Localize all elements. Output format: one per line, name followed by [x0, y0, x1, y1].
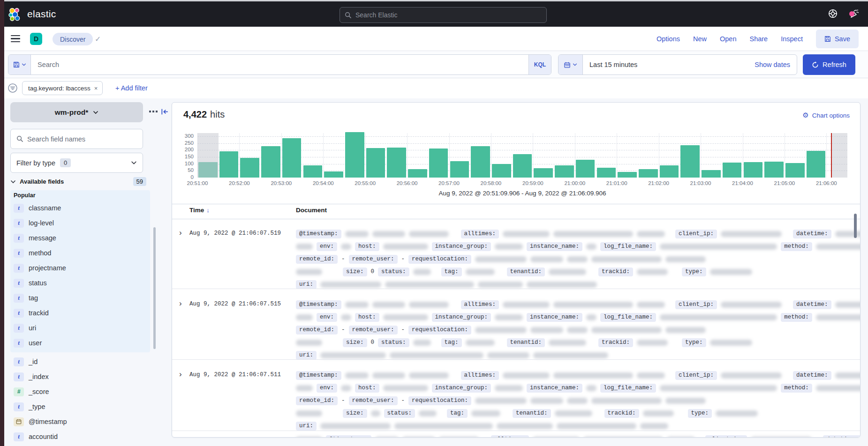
histogram-bar[interactable] [450, 161, 469, 178]
histogram-bar[interactable] [807, 151, 826, 178]
discover-app-badge[interactable]: D [30, 33, 42, 45]
field-label-pill[interactable]: size: [343, 268, 367, 276]
field-label-pill[interactable]: type: [682, 268, 706, 276]
field-label-pill[interactable]: env: [317, 242, 337, 251]
field-label-pill[interactable]: client_ip: [705, 435, 747, 438]
field-item-log-level[interactable]: tlog-level [14, 217, 54, 229]
help-life-ring-icon[interactable] [828, 8, 838, 19]
field-item-message[interactable]: tmessage [14, 232, 56, 244]
expand-row-icon[interactable]: › [179, 300, 187, 307]
show-dates-button[interactable]: Show dates [755, 61, 797, 68]
field-item-trackid[interactable]: ttrackid [14, 307, 49, 319]
field-item-type[interactable]: t_type [14, 401, 45, 412]
histogram-bar[interactable] [471, 146, 490, 178]
field-label-pill[interactable]: method: [781, 384, 812, 393]
toolbar-link-open[interactable]: Open [720, 35, 736, 43]
field-label-pill[interactable]: client_ip: [675, 230, 717, 238]
elastic-logo-icon[interactable] [8, 7, 23, 22]
field-label-pill[interactable]: remote_user: [349, 326, 398, 334]
toolbar-link-options[interactable]: Options [657, 35, 680, 43]
saved-query-menu-button[interactable] [8, 55, 31, 74]
field-item-projectname[interactable]: tprojectname [14, 262, 66, 274]
histogram-bar[interactable] [282, 138, 302, 178]
field-label-pill[interactable]: requestlocation: [408, 396, 471, 405]
field-label-pill[interactable]: status: [378, 268, 409, 276]
sidebar-scrollbar[interactable] [153, 227, 156, 349]
histogram-bar[interactable] [639, 169, 658, 178]
histogram-bar[interactable] [345, 132, 364, 178]
histogram-bar[interactable] [555, 165, 574, 178]
field-label-pill[interactable]: datetime: [793, 300, 831, 309]
field-label-pill[interactable]: uri: [296, 280, 317, 289]
field-label-pill[interactable]: alltimes: [461, 300, 499, 309]
toolbar-link-share[interactable]: Share [749, 35, 768, 43]
field-label-pill[interactable]: log_file_name: [600, 242, 656, 251]
histogram-bar[interactable] [764, 162, 784, 178]
field-label-pill[interactable]: instance_name: [527, 384, 582, 393]
field-label-pill[interactable]: tenantid: [507, 268, 545, 276]
collapse-sidebar-icon[interactable] [161, 108, 169, 116]
histogram-bar[interactable] [408, 169, 427, 178]
global-search[interactable] [340, 7, 547, 23]
field-label-pill[interactable]: log_file_name: [600, 313, 656, 322]
histogram-bar[interactable] [680, 145, 700, 178]
toolbar-link-inspect[interactable]: Inspect [781, 35, 803, 43]
field-label-pill[interactable]: log_file_name: [600, 384, 656, 393]
add-filter-button[interactable]: + Add filter [115, 84, 148, 92]
histogram-bar[interactable] [534, 168, 553, 178]
field-item-method[interactable]: tmethod [14, 247, 51, 259]
histogram-bar[interactable] [303, 165, 323, 178]
field-label-pill[interactable]: tag: [441, 268, 462, 276]
field-options-icon[interactable] [149, 111, 158, 112]
field-label-pill[interactable]: size: [343, 338, 367, 347]
field-label-pill[interactable]: @timestamp: [296, 371, 341, 380]
field-label-pill[interactable]: requestlocation: [408, 255, 471, 264]
histogram-bar[interactable] [660, 165, 679, 178]
field-label-pill[interactable]: instance_name: [527, 242, 582, 251]
field-label-pill[interactable]: type: [688, 409, 712, 418]
histogram-bar[interactable] [618, 172, 637, 178]
field-item-user[interactable]: tuser [14, 337, 42, 349]
field-label-pill[interactable]: status: [378, 338, 409, 347]
filter-by-type-button[interactable]: Filter by type 0 [10, 153, 143, 173]
field-label-pill[interactable]: client_ip: [675, 371, 717, 380]
expand-row-icon[interactable]: › [179, 230, 187, 236]
field-label-pill[interactable]: host: [355, 242, 379, 251]
field-label-pill[interactable]: @timestamp: [326, 435, 371, 438]
index-pattern-selector[interactable]: wm-prod* [10, 102, 143, 122]
field-label-pill[interactable]: @timestamp: [296, 300, 341, 309]
histogram-bar[interactable] [324, 171, 343, 178]
histogram-bar[interactable] [387, 148, 406, 178]
field-label-pill[interactable]: @timestamp: [296, 230, 341, 238]
menu-hamburger-icon[interactable] [11, 35, 20, 43]
histogram-bar[interactable] [576, 160, 595, 178]
field-item-status[interactable]: tstatus [14, 277, 47, 289]
time-range-value[interactable]: Last 15 minutes [583, 61, 755, 68]
field-label-pill[interactable]: env: [317, 313, 337, 322]
expand-row-icon[interactable]: › [179, 371, 187, 378]
field-label-pill[interactable]: size: [343, 409, 367, 418]
field-label-pill[interactable]: method: [781, 313, 812, 322]
field-label-pill[interactable]: trackid: [598, 338, 633, 347]
field-label-pill[interactable]: uri: [296, 422, 317, 431]
histogram-bar[interactable] [492, 164, 511, 178]
field-label-pill[interactable]: host: [355, 313, 379, 322]
histogram-bar[interactable] [429, 149, 448, 178]
histogram-plot[interactable] [197, 133, 847, 178]
kql-language-button[interactable]: KQL [528, 55, 551, 74]
field-item-accountid[interactable]: taccountid [14, 431, 58, 442]
field-item-classname[interactable]: tclassname [14, 202, 61, 214]
field-label-pill[interactable]: trackid: [598, 268, 633, 276]
field-item-id[interactable]: t_id [14, 356, 38, 367]
field-label-pill[interactable]: instance_group: [432, 384, 491, 393]
histogram-bar[interactable] [702, 170, 721, 178]
field-label-pill[interactable]: remote_user: [349, 396, 398, 405]
refresh-button[interactable]: Refresh [803, 54, 855, 75]
field-label-pill[interactable]: trackid: [604, 409, 639, 418]
field-label-pill[interactable]: instance_group: [432, 313, 491, 322]
breadcrumb[interactable]: Discover [53, 33, 93, 45]
news-party-horn-icon[interactable] [849, 8, 860, 19]
field-label-pill[interactable]: remote_id: [296, 326, 338, 334]
histogram-bar[interactable] [513, 154, 532, 178]
calendar-menu-button[interactable] [559, 55, 583, 74]
